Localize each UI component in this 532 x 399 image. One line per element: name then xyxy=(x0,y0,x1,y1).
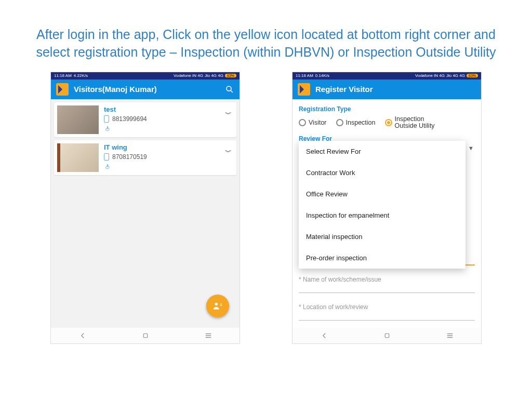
battery-icon: 83% xyxy=(225,74,236,77)
home-button[interactable] xyxy=(141,331,150,340)
screenshot-left: 11:18 AM 4.22K/s Vodafone IN 4G Jio 4G 4… xyxy=(50,72,240,344)
radio-inspection[interactable]: Inspection xyxy=(336,119,376,126)
radio-label: Inspection Outside Utility xyxy=(395,116,442,130)
svg-point-0 xyxy=(227,86,231,91)
recents-button[interactable] xyxy=(204,331,212,340)
dropdown-option[interactable]: Contractor Work xyxy=(299,162,466,183)
dropdown-option[interactable]: Select Review For xyxy=(299,141,466,162)
radio-visitor[interactable]: Visitor xyxy=(299,119,327,126)
back-button[interactable] xyxy=(78,331,87,340)
svg-rect-3 xyxy=(143,334,148,338)
visitor-photo xyxy=(57,105,99,134)
chevron-down-icon[interactable]: ⌄ xyxy=(222,144,234,154)
status-bar: 11:18 AM 4.22K/s Vodafone IN 4G Jio 4G 4… xyxy=(51,72,240,79)
add-visitor-fab[interactable] xyxy=(206,295,229,317)
visitor-phone: 8708170519 xyxy=(112,153,147,161)
android-navbar xyxy=(292,328,481,343)
name-of-work-field[interactable]: * Name of work/scheme/issue xyxy=(299,276,475,283)
svg-rect-7 xyxy=(385,334,389,338)
radio-label: Visitor xyxy=(309,119,327,126)
status-carrier2: Jio 4G 4G xyxy=(446,73,465,78)
register-form: Registration Type Visitor Inspection Ins… xyxy=(292,99,481,328)
visitor-name: IT wing xyxy=(104,143,233,151)
dropdown-option[interactable]: Office Review xyxy=(299,183,466,205)
app-logo-icon xyxy=(298,83,310,96)
hand-icon xyxy=(104,163,111,170)
location-of-work-field[interactable]: * Location of work/review xyxy=(299,303,475,311)
app-bar: Register Visitor xyxy=(292,79,481,99)
status-carrier1: Vodafone IN 4G xyxy=(415,73,445,78)
screenshot-right: 11:18 AM 0.14K/s Vodafone IN 4G Jio 4G 4… xyxy=(292,72,482,344)
visitor-list: test 8813999694 ⌄ IT wing 8708170519 ⌄ xyxy=(51,99,240,328)
visitor-card[interactable]: IT wing 8708170519 ⌄ xyxy=(54,140,236,175)
back-button[interactable] xyxy=(320,331,328,340)
status-time: 11:18 AM xyxy=(296,73,313,78)
dropdown-option[interactable]: Material inspection xyxy=(299,226,466,247)
dropdown-option[interactable]: Inspection for empanelment xyxy=(299,205,466,226)
app-title: Visitors(Manoj Kumar) xyxy=(74,85,225,94)
dropdown-chevron-icon: ▼ xyxy=(468,145,474,151)
phone-icon xyxy=(104,115,109,123)
status-time: 11:18 AM xyxy=(54,73,72,78)
input-underline xyxy=(299,320,475,321)
radio-label: Inspection xyxy=(346,119,376,126)
svg-line-1 xyxy=(231,90,233,92)
status-speed: 4.22K/s xyxy=(74,73,88,78)
app-logo-icon xyxy=(56,83,69,96)
visitor-phone: 8813999694 xyxy=(112,115,147,123)
hand-icon xyxy=(104,125,111,132)
dropdown-option[interactable]: Pre-order inspection xyxy=(299,247,466,269)
recents-button[interactable] xyxy=(446,331,454,340)
status-speed: 0.14K/s xyxy=(315,73,329,78)
review-for-dropdown[interactable]: Select Review For Contractor Work Office… xyxy=(299,141,466,269)
instruction-text: After login in the app, Click on the yel… xyxy=(0,0,532,72)
battery-icon: 83% xyxy=(467,74,478,77)
registration-type-group: Visitor Inspection Inspection Outside Ut… xyxy=(299,116,475,130)
input-underline xyxy=(299,292,475,293)
status-carrier1: Vodafone IN 4G xyxy=(174,73,203,78)
visitor-name: test xyxy=(104,105,233,113)
app-title: Register Visitor xyxy=(315,85,476,94)
home-button[interactable] xyxy=(383,331,391,340)
android-navbar xyxy=(51,328,240,343)
radio-inspection-outside[interactable]: Inspection Outside Utility xyxy=(385,116,442,130)
chevron-down-icon[interactable]: ⌄ xyxy=(222,107,234,116)
visitor-card[interactable]: test 8813999694 ⌄ xyxy=(54,102,236,137)
svg-point-2 xyxy=(215,302,218,305)
status-bar: 11:18 AM 0.14K/s Vodafone IN 4G Jio 4G 4… xyxy=(292,72,481,79)
registration-type-label: Registration Type xyxy=(299,105,475,113)
visitor-photo xyxy=(57,143,99,172)
search-icon[interactable] xyxy=(225,85,234,94)
app-bar: Visitors(Manoj Kumar) xyxy=(51,79,240,99)
phone-icon xyxy=(104,153,109,161)
status-carrier2: Jio 4G 4G xyxy=(205,73,223,78)
